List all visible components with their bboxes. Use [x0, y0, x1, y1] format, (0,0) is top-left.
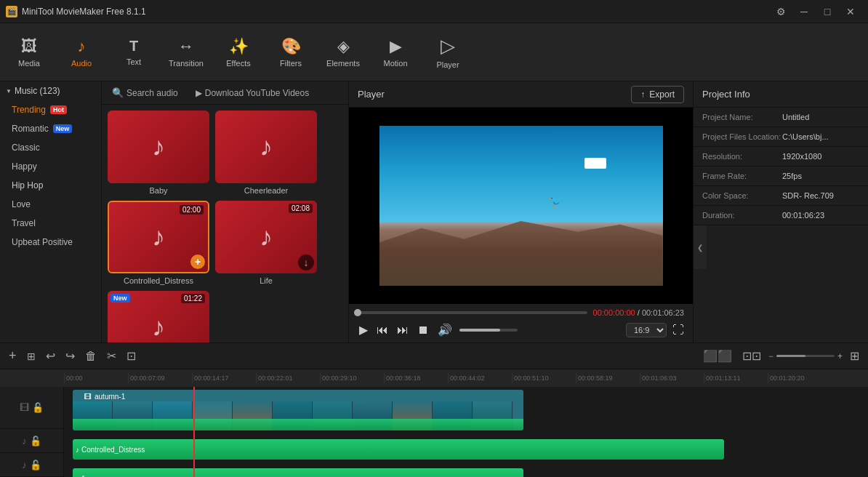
love-label: Love — [12, 199, 31, 209]
ruler-mark-0: 00:00 — [64, 373, 128, 383]
tool-effects[interactable]: ✨ Effects — [212, 25, 265, 79]
framerate-value: 25fps — [782, 172, 802, 180]
timeline: + ⊞ ↩ ↪ 🗑 ✂ ⊡ ⬛⬛ ⊡⊡ − + ⊞ 00:00 00:00:07… — [0, 342, 868, 477]
tool-text[interactable]: T Text — [108, 25, 160, 79]
add-media-button[interactable]: + — [6, 345, 20, 366]
timeline-toolbar: + ⊞ ↩ ↪ 🗑 ✂ ⊡ ⬛⬛ ⊡⊡ − + ⊞ — [0, 343, 868, 369]
tool-motion[interactable]: ▶ Motion — [369, 25, 422, 79]
tool-elements-label: Elements — [326, 59, 360, 68]
play-button[interactable]: ▶ — [358, 321, 369, 338]
seek-bar[interactable] — [358, 311, 587, 314]
timeline-ruler: 00:00 00:00:07:09 00:00:14:17 00:00:22:0… — [0, 369, 868, 387]
fullscreen-button[interactable]: ⛶ — [672, 324, 684, 337]
info-row-location: Project Files Location: C:\Users\bj... — [694, 127, 868, 147]
tool-filters-label: Filters — [280, 59, 302, 68]
video-container: 🐦 — [349, 108, 693, 304]
colorspace-value: SDR- Rec.709 — [782, 191, 834, 200]
info-row-framerate: Frame Rate: 25fps — [694, 167, 868, 186]
audio-thumb-controlled-distress: ♪ 02:00 + — [108, 201, 209, 273]
add-to-timeline-button[interactable]: + — [190, 254, 205, 269]
export-label: Export — [649, 89, 675, 100]
ruler-mark-7: 00:00:51:10 — [512, 373, 576, 383]
close-button[interactable]: ✕ — [839, 1, 862, 22]
video-track-icon[interactable]: 🎞 — [20, 402, 29, 413]
collapse-panel-button[interactable]: ❮ — [694, 225, 707, 269]
tool-transition[interactable]: ↔ Transition — [160, 25, 212, 79]
sidebar-item-happy[interactable]: Happy — [0, 157, 101, 176]
aspect-ratio-select[interactable]: 16:9 9:16 4:3 1:1 — [626, 323, 667, 337]
delete-button[interactable]: 🗑 — [82, 347, 100, 366]
video-lock-button[interactable]: 🔓 — [32, 402, 44, 413]
trending-label: Trending — [12, 105, 46, 115]
minimize-button[interactable]: ─ — [792, 1, 816, 22]
undo-button[interactable]: ↩ — [43, 346, 58, 366]
controls-row: ▶ ⏮ ⏭ ⏹ 🔊 16:9 9:16 4:3 1:1 ⛶ — [358, 321, 684, 338]
audio-card-cheerleader[interactable]: ♪ Cheerleader — [215, 111, 317, 195]
download-youtube-label: Download YouTube Videos — [205, 88, 309, 98]
sidebar-item-trending[interactable]: Trending Hot — [0, 100, 101, 119]
settings-button[interactable]: ⚙ — [769, 1, 792, 22]
sidebar-item-classic[interactable]: Classic — [0, 138, 101, 157]
audio-track-1-icon[interactable]: ♪ — [22, 436, 27, 446]
tool-motion-label: Motion — [383, 59, 407, 68]
audio-title-cheerleader: Cheerleader — [215, 186, 317, 195]
download-youtube-tab[interactable]: ▶ Download YouTube Videos — [190, 85, 315, 101]
sidebar-item-upbeat[interactable]: Upbeat Positive — [0, 233, 101, 252]
fit-timeline-button[interactable]: ⊞ — [847, 346, 862, 366]
music-section-header[interactable]: ▼ Music (123) — [0, 81, 101, 100]
sidebar-item-romantic[interactable]: Romantic New — [0, 119, 101, 138]
audio-card-controlled-distress[interactable]: ♪ 02:00 + Controlled_Distress — [108, 201, 209, 285]
audio-panel: 🔍 Search audio ▶ Download YouTube Videos… — [102, 81, 349, 342]
volume-bar[interactable] — [459, 329, 518, 332]
search-icon: 🔍 — [112, 87, 124, 98]
tool-text-label: Text — [126, 57, 141, 66]
export-icon: ↑ — [640, 89, 645, 100]
record-button[interactable]: ⬛⬛ — [700, 346, 735, 366]
audio-card-life[interactable]: ♪ 02:08 ↓ Life — [215, 201, 317, 285]
download-button[interactable]: ↓ — [298, 254, 314, 270]
project-location-value: C:\Users\bj... — [782, 132, 829, 141]
audio-card-baby[interactable]: ♪ Baby — [108, 111, 209, 195]
triangle-icon: ▼ — [6, 88, 12, 95]
duration-life: 02:08 — [289, 204, 313, 213]
maximize-button[interactable]: □ — [816, 1, 839, 22]
project-location-label: Project Files Location: — [702, 132, 782, 141]
audio-track-2-lock[interactable]: 🔓 — [30, 460, 41, 470]
search-audio-tab[interactable]: 🔍 Search audio — [106, 84, 184, 101]
tool-elements[interactable]: ◈ Elements — [317, 25, 369, 79]
music-section-label: Music (123) — [15, 86, 60, 96]
audio-track-1-lock[interactable]: 🔓 — [30, 436, 41, 446]
audio-icon: ♪ — [78, 37, 86, 56]
crop-button[interactable]: ⊡ — [124, 346, 139, 366]
add-track-button[interactable]: ⊞ — [24, 348, 39, 365]
prev-frame-button[interactable]: ⏮ — [375, 322, 390, 338]
export-button[interactable]: ↑ Export — [631, 86, 684, 103]
split-button[interactable]: ⊡⊡ — [739, 346, 764, 366]
audio-bar-1[interactable]: ♪ 1 — [73, 468, 523, 477]
playhead[interactable] — [193, 387, 195, 477]
tool-player[interactable]: ▷ Player — [422, 25, 474, 79]
ruler-mark-10: 00:01:13:11 — [704, 373, 768, 383]
video-track-bar[interactable]: 🎞 autumn-1 — [73, 390, 523, 430]
travel-label: Travel — [12, 218, 36, 228]
audio-card-third[interactable]: New ♪ 01:22 ↓ — [108, 291, 209, 342]
timeline-right-controls: ⬛⬛ ⊡⊡ − + ⊞ — [700, 346, 862, 366]
sidebar-item-love[interactable]: Love — [0, 195, 101, 214]
tool-audio[interactable]: ♪ Audio — [55, 25, 108, 79]
titlebar-controls: ⚙ ─ □ ✕ — [769, 1, 862, 22]
audio-track-2-icon[interactable]: ♪ — [22, 460, 27, 470]
sidebar-item-hiphop[interactable]: Hip Hop — [0, 176, 101, 195]
stop-button[interactable]: ⏹ — [416, 322, 430, 338]
seek-thumb[interactable] — [354, 309, 361, 316]
ruler-mark-5: 00:00:36:18 — [384, 373, 448, 383]
cut-button[interactable]: ✂ — [104, 346, 119, 366]
redo-button[interactable]: ↪ — [63, 346, 78, 366]
ruler-mark-9: 00:01:06:03 — [640, 373, 704, 383]
tool-filters[interactable]: 🎨 Filters — [265, 25, 317, 79]
zoom-slider[interactable] — [776, 355, 835, 357]
next-frame-button[interactable]: ⏭ — [395, 322, 410, 338]
sidebar-item-travel[interactable]: Travel — [0, 214, 101, 233]
tool-media[interactable]: 🖼 Media — [3, 25, 55, 79]
volume-button[interactable]: 🔊 — [436, 321, 454, 338]
audio-bar-controlled-distress[interactable]: ♪ Controlled_Distress — [73, 439, 724, 460]
